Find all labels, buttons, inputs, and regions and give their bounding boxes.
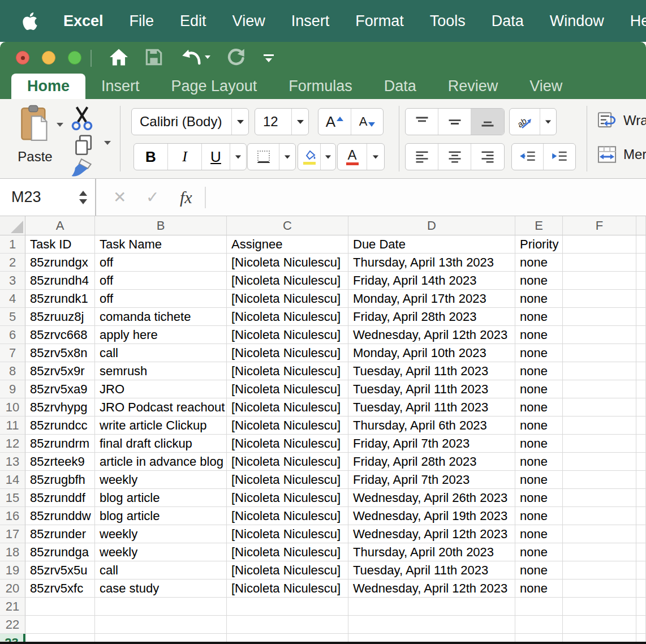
menu-item-tools[interactable]: Tools [430,12,466,30]
row-header-15[interactable]: 15 [0,489,25,507]
cell-C20[interactable]: [Nicoleta Niculescu] [227,579,348,598]
cell-E7[interactable]: none [515,344,563,362]
cell-A2[interactable]: 85zrundgx [25,254,95,272]
font-color-dropdown-icon[interactable] [367,144,384,170]
column-header-C[interactable]: C [227,216,348,235]
cell-F9[interactable] [563,380,636,398]
cell-A4[interactable]: 85zrundk1 [25,290,95,308]
cell-E16[interactable]: none [515,507,563,525]
cell-A5[interactable]: 85zruuz8j [25,308,95,326]
customize-toolbar-icon[interactable] [264,54,274,62]
copy-dropdown-icon[interactable] [104,141,111,145]
row-header-18[interactable]: 18 [0,543,25,561]
cell-F10[interactable] [563,398,636,417]
cell-C11[interactable]: [Nicoleta Niculescu] [227,417,348,435]
orientation-dropdown-icon[interactable] [540,109,556,135]
tab-review[interactable]: Review [432,74,514,99]
select-all-corner[interactable] [0,216,25,235]
bold-button[interactable]: B [134,144,168,170]
row-header-9[interactable]: 9 [0,380,25,398]
increase-indent-icon[interactable] [544,144,575,170]
cell-A12[interactable]: 85zrundrm [25,435,95,453]
cell-F18[interactable] [563,543,636,561]
menu-item-data[interactable]: Data [492,12,524,30]
column-header-partial[interactable] [636,216,646,235]
cell-D11[interactable]: Thursday, April 6th 2023 [348,417,515,435]
cell-F17[interactable] [563,525,636,543]
apple-menu-icon[interactable] [23,12,37,30]
undo-dropdown-icon[interactable] [205,55,210,59]
cell-D10[interactable]: Tuesday, April 11th 2023 [348,398,515,417]
cell-E13[interactable]: none [515,453,563,471]
grow-font-button[interactable]: A [318,109,351,135]
cell-C7[interactable]: [Nicoleta Niculescu] [227,344,348,362]
font-size-combo[interactable]: 12 [255,108,309,135]
font-size-dropdown-icon[interactable] [291,109,308,135]
stepper-up-icon[interactable] [79,191,87,196]
cell-B6[interactable]: apply here [95,326,227,344]
cell-D12[interactable]: Friday, April 7th 2023 [348,435,515,453]
cell-partial5[interactable] [636,308,646,326]
cell-B20[interactable]: case study [95,579,227,598]
row-header-13[interactable]: 13 [0,453,25,471]
align-center-icon[interactable] [438,144,471,170]
insert-function-icon[interactable]: fx [180,179,192,216]
cell-C15[interactable]: [Nicoleta Niculescu] [227,489,348,507]
row-header-20[interactable]: 20 [0,579,25,598]
cell-A8[interactable]: 85zrv5x9r [25,362,95,380]
row-header-2[interactable]: 2 [0,254,25,272]
cell-partial2[interactable] [636,254,646,272]
cell-C3[interactable]: [Nicoleta Niculescu] [227,272,348,290]
align-top-icon[interactable] [406,109,438,135]
cell-A9[interactable]: 85zrv5xa9 [25,380,95,398]
cell-A18[interactable]: 85zrundga [25,543,95,561]
cell-partial11[interactable] [636,417,646,435]
cell-F6[interactable] [563,326,636,344]
cell-E15[interactable]: none [515,489,563,507]
column-header-A[interactable]: A [25,216,95,235]
cell-D1[interactable]: Due Date [348,235,515,254]
cell-D8[interactable]: Tuesday, April 11th 2023 [348,362,515,380]
cell-C13[interactable]: [Nicoleta Niculescu] [227,453,348,471]
cell-partial4[interactable] [636,290,646,308]
wrap-text-button[interactable]: Wra [597,111,646,130]
cell-C4[interactable]: [Nicoleta Niculescu] [227,290,348,308]
cell-partial13[interactable] [636,453,646,471]
cell-D19[interactable]: Tuesday, April 11th 2023 [348,561,515,579]
row-header-1[interactable]: 1 [0,235,25,254]
cell-A20[interactable]: 85zrv5xfc [25,579,95,598]
cell-partial8[interactable] [636,362,646,380]
cell-A15[interactable]: 85zrunddf [25,489,95,507]
cell-C16[interactable]: [Nicoleta Niculescu] [227,507,348,525]
cell-A13[interactable]: 85zrteek9 [25,453,95,471]
cell-B11[interactable]: write article Clickup [95,417,227,435]
menu-item-insert[interactable]: Insert [291,12,330,30]
cell-F16[interactable] [563,507,636,525]
column-header-E[interactable]: E [515,216,563,235]
cell-B14[interactable]: weekly [95,471,227,489]
font-name-combo[interactable]: Calibri (Body) [131,108,249,135]
cell-E21[interactable] [515,598,563,616]
cell-B22[interactable] [95,616,227,634]
zoom-window-button[interactable] [68,51,81,65]
cell-partial6[interactable] [636,326,646,344]
cell-partial22[interactable] [636,616,646,634]
borders-dropdown-icon[interactable] [279,144,295,170]
cell-D13[interactable]: Friday, April 28th 2023 [348,453,515,471]
cell-F21[interactable] [563,598,636,616]
cell-E2[interactable]: none [515,254,563,272]
cell-B19[interactable]: call [95,561,227,579]
cell-C8[interactable]: [Nicoleta Niculescu] [227,362,348,380]
font-name-dropdown-icon[interactable] [231,109,248,135]
row-header-4[interactable]: 4 [0,290,25,308]
cell-F19[interactable] [563,561,636,579]
cell-partial20[interactable] [636,579,646,598]
cell-B15[interactable]: blog article [95,489,227,507]
cell-D21[interactable] [348,598,515,616]
cell-A6[interactable]: 85zrvc668 [25,326,95,344]
row-header-5[interactable]: 5 [0,308,25,326]
cell-F2[interactable] [563,254,636,272]
cell-F20[interactable] [563,579,636,598]
menu-item-view[interactable]: View [232,12,265,30]
cell-D2[interactable]: Thursday, April 13th 2023 [348,254,515,272]
